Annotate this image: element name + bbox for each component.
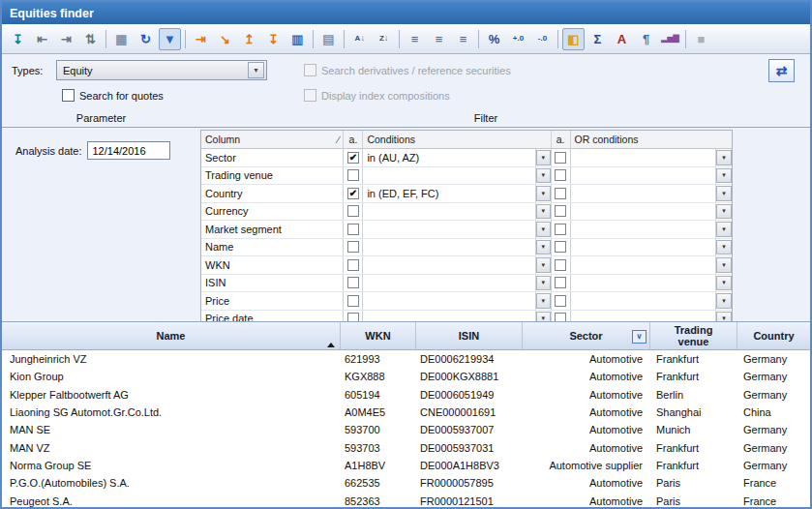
checkbox-unchecked[interactable]: [555, 205, 566, 217]
insert-chart-button[interactable]: ▥: [286, 28, 309, 50]
or-condition-value[interactable]: [571, 221, 716, 238]
checkbox-unchecked[interactable]: [555, 295, 566, 307]
sort-descending-button[interactable]: Z↓: [373, 28, 395, 50]
checkbox-unchecked[interactable]: [555, 169, 566, 181]
table-row[interactable]: Jungheinrich VZ621993DE0006219934Automot…: [2, 350, 810, 368]
or-condition-dropdown-button[interactable]: ▾: [716, 240, 732, 255]
remove-decimal-button[interactable]: -.0: [531, 28, 554, 50]
condition-dropdown-button[interactable]: ▾: [536, 240, 551, 255]
condition-value[interactable]: [363, 275, 535, 292]
fit-height-button[interactable]: ⇅: [79, 28, 102, 50]
table-row[interactable]: P.G.O.(Automobiles) S.A.662535FR00000578…: [2, 474, 810, 492]
add-decimal-button[interactable]: +.0: [507, 28, 529, 50]
checkbox-unchecked[interactable]: [555, 277, 566, 288]
condition-dropdown-button[interactable]: ▾: [536, 222, 551, 237]
shift-down-right-button[interactable]: ↘: [214, 28, 236, 50]
or-condition-value[interactable]: [571, 239, 716, 256]
chart-button[interactable]: ▂▅▇: [659, 28, 681, 50]
or-condition-value[interactable]: [571, 167, 716, 185]
checkbox-unchecked[interactable]: [555, 188, 566, 199]
condition-value[interactable]: [363, 239, 535, 256]
finder-filter-button[interactable]: ▼: [159, 28, 181, 50]
fit-width-button[interactable]: ⇤: [31, 28, 53, 50]
row-format-button[interactable]: ¶: [635, 28, 657, 50]
checkbox-unchecked[interactable]: [347, 241, 359, 253]
new-layout-button[interactable]: ▦: [110, 28, 133, 50]
column-header-wkn[interactable]: WKN: [341, 322, 416, 349]
table-row[interactable]: Norma Group SEA1H8BVDE000A1H8BV3Automoti…: [2, 457, 810, 474]
search-for-quotes-checkbox[interactable]: Search for quotes: [62, 89, 164, 102]
checkbox-unchecked[interactable]: [555, 259, 566, 271]
column-header-sector[interactable]: Sector ∨: [523, 322, 650, 349]
checkbox-box[interactable]: [62, 89, 75, 102]
checkbox-unchecked[interactable]: [347, 295, 359, 307]
export-button[interactable]: ↧: [7, 28, 29, 50]
checkbox-unchecked[interactable]: [347, 205, 359, 217]
or-condition-dropdown-button[interactable]: ▾: [716, 293, 732, 309]
or-condition-value[interactable]: [571, 149, 716, 166]
shift-up-button[interactable]: ↥: [238, 28, 260, 50]
or-condition-value[interactable]: [571, 256, 716, 274]
shift-down-button[interactable]: ↧: [262, 28, 285, 50]
shift-right-button[interactable]: ⇥: [190, 28, 212, 50]
fit-page-button[interactable]: ⇥: [55, 28, 77, 50]
checkbox-checked[interactable]: ✔: [347, 188, 359, 199]
column-header-isin[interactable]: ISIN: [416, 322, 523, 349]
or-condition-dropdown-button[interactable]: ▾: [716, 168, 732, 184]
condition-value[interactable]: [363, 203, 535, 221]
checkbox-unchecked[interactable]: [347, 224, 359, 235]
font-button[interactable]: A: [611, 28, 633, 50]
checkbox-unchecked[interactable]: [347, 169, 359, 181]
condition-dropdown-button[interactable]: ▾: [536, 204, 551, 220]
condition-dropdown-button[interactable]: ▾: [536, 293, 551, 309]
table-row[interactable]: Kion GroupKGX888DE000KGX8881AutomotiveFr…: [2, 368, 810, 385]
sector-filter-dropdown-button[interactable]: ∨: [632, 330, 647, 344]
column-header-name[interactable]: Name: [2, 322, 341, 349]
checkbox-unchecked[interactable]: [555, 241, 566, 253]
sum-button[interactable]: Σ: [586, 28, 609, 50]
column-header-country[interactable]: Country: [737, 322, 810, 349]
types-dropdown[interactable]: Equity ▾: [56, 60, 267, 80]
align-left-button[interactable]: ≡: [404, 28, 426, 50]
table-row[interactable]: MAN SE593700DE0005937007AutomotiveMunich…: [2, 421, 810, 438]
condition-dropdown-button[interactable]: ▾: [536, 150, 551, 165]
condition-dropdown-button[interactable]: ▾: [536, 276, 551, 291]
checkbox-unchecked[interactable]: [555, 152, 566, 164]
condition-dropdown-button[interactable]: ▾: [536, 186, 551, 201]
or-condition-dropdown-button[interactable]: ▾: [716, 204, 732, 220]
refresh-search-button[interactable]: ⇄: [768, 59, 795, 82]
condition-dropdown-button[interactable]: ▾: [536, 168, 551, 184]
table-row[interactable]: Liaoning SG Automot.Gr.Co.Ltd.A0M4E5CNE0…: [2, 404, 810, 421]
align-center-button[interactable]: ≡: [428, 28, 450, 50]
refresh-button[interactable]: ↻: [135, 28, 157, 50]
filter-header-column[interactable]: Column ∕: [201, 131, 344, 148]
checkbox-checked[interactable]: ✔: [347, 152, 359, 164]
condition-value[interactable]: [363, 221, 535, 238]
analysis-date-input[interactable]: [87, 141, 170, 160]
or-condition-value[interactable]: [571, 275, 716, 292]
or-condition-value[interactable]: [571, 185, 716, 202]
chevron-down-icon[interactable]: ▾: [248, 62, 264, 78]
table-row[interactable]: Klepper Faltbootwerft AG605194DE00060519…: [2, 386, 810, 404]
condition-dropdown-button[interactable]: ▾: [536, 257, 551, 273]
or-condition-dropdown-button[interactable]: ▾: [716, 150, 732, 165]
columns-button[interactable]: ▤: [317, 28, 340, 50]
percent-button[interactable]: %: [483, 28, 505, 50]
or-condition-dropdown-button[interactable]: ▾: [716, 222, 732, 237]
condition-value[interactable]: [363, 256, 535, 274]
or-condition-dropdown-button[interactable]: ▾: [716, 257, 732, 273]
condition-value[interactable]: [363, 292, 535, 310]
align-right-button[interactable]: ≡: [452, 28, 474, 50]
or-condition-value[interactable]: [571, 292, 716, 310]
condition-value[interactable]: in (ED, EF, FC): [363, 185, 535, 202]
sort-ascending-button[interactable]: A↓: [348, 28, 371, 50]
column-header-trading-venue[interactable]: Trading venue: [650, 322, 737, 349]
checkbox-unchecked[interactable]: [555, 224, 566, 235]
table-row[interactable]: Peugeot S.A.852363FR0000121501Automotive…: [2, 492, 810, 509]
table-row[interactable]: MAN VZ593703DE0005937031AutomotiveFrankf…: [2, 438, 810, 456]
checkbox-unchecked[interactable]: [347, 259, 359, 271]
highlight-button[interactable]: ◧: [562, 28, 585, 50]
condition-value[interactable]: in (AU, AZ): [363, 149, 535, 166]
or-condition-dropdown-button[interactable]: ▾: [716, 186, 732, 201]
checkbox-unchecked[interactable]: [347, 277, 359, 288]
